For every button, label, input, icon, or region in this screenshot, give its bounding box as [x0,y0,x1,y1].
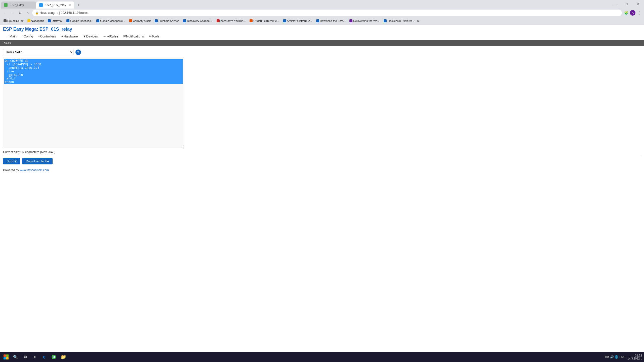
reload-button[interactable]: ↻ [17,10,23,16]
start-button[interactable] [2,353,10,361]
footer-link[interactable]: www.letscontrolit.com [20,168,49,172]
size-info: Current size: 97 characters (Max 2048) [3,150,641,154]
tab-hardware[interactable]: ✦Hardware [58,33,80,39]
bookmark-discovery-label: Discovery Channel... [187,19,213,22]
arbistar-icon [283,19,286,22]
tab-rules[interactable]: →→Rules [100,33,121,39]
minimize-button[interactable]: — [609,0,621,8]
images-icon [96,19,99,22]
bookmark-arbistar[interactable]: Arbistar Platform 2.0 [281,19,313,23]
reinventing-icon [349,19,352,22]
edge-taskbar-icon[interactable]: e [40,353,48,361]
footer-text: Powered by www.letscontrolit.com [3,168,641,172]
action-buttons: Submit Download to file [3,158,641,164]
download-button[interactable]: Download to file [22,158,53,164]
taskbar: 🔍 ⧉ ☀ e 📁 ⌨ 🔊 🌐 ENG 21:22 14.3.2022 г. [0,352,644,361]
rules-set-select[interactable]: Rules Set 1 Rules Set 2 Rules Set 3 Rule… [3,49,73,55]
chrome-taskbar-icon[interactable] [50,353,58,361]
bookmark-blockchain[interactable]: Blockchain Explorer... [382,19,416,23]
code-line-3: sendTo,3,GPIO,2,1 [4,66,183,70]
bookmarks-more[interactable]: » [417,19,419,23]
home-button[interactable]: ⌂ [25,10,31,16]
menu-button[interactable]: ⋮ [636,10,642,16]
youtube-icon [217,19,220,22]
tab-controllers[interactable]: ○Controllers [35,33,58,39]
bookmark-reinventing-label: Reinventing the We... [353,19,380,22]
tab-main[interactable]: ○Main [5,33,19,39]
tab2-close-icon[interactable]: ✕ [68,3,71,7]
system-tray: ⌨ 🔊 🌐 ENG [605,355,626,359]
fav-icon [27,19,30,22]
bookmark-discovery[interactable]: Discovery Channel... [182,19,214,23]
lang-indicator: ENG [619,355,625,358]
help-button[interactable]: ? [75,50,81,55]
bookmark-download[interactable]: Download the Best... [315,19,347,23]
tab2-favicon [39,3,43,7]
code-line-7: endon [4,80,183,84]
address-bar[interactable]: 🔒 Няма защита | 192.168.1.194/rules [32,10,622,16]
bookmark-images-label: Google Изображе... [100,19,125,22]
bookmark-warranty[interactable]: warranty stock [128,19,152,23]
bookmark-youtube[interactable]: Изтеглете YouTub... [215,19,247,23]
start-sq-2 [6,354,9,357]
tab1-label: ESP_Easy [10,3,24,7]
page-content: ESP Easy Mega: ESP_01S_relay ○Main ○Conf… [0,25,644,361]
start-sq-3 [4,357,6,359]
bookmark-apps[interactable]: Приложения [2,19,25,23]
bookmark-online[interactable]: Онлайн изтегляне... [248,19,280,23]
page-title: ESP Easy Mega: ESP_01S_relay [3,27,641,32]
prestigio-icon [155,19,158,22]
tab-bar: ESP_Easy ESP_01S_relay ✕ + [0,0,609,9]
bookmark-prestigio[interactable]: Prestigio Service [153,19,181,23]
forward-button[interactable]: → [10,10,16,16]
taskbar-time-display: 21:22 [627,354,642,357]
bookmark-reinventing[interactable]: Reinventing the We... [348,19,381,23]
bookmark-download-label: Download the Best... [320,19,346,22]
close-button[interactable]: ✕ [632,0,644,8]
tab-config[interactable]: ○Config [19,33,35,39]
powered-by-text: Powered by [3,168,20,172]
address-bar-row: ← → ↻ ⌂ 🔒 Няма защита | 192.168.1.194/ru… [0,8,644,18]
tab-notifications[interactable]: ✉Notifications [121,33,146,39]
back-button[interactable]: ← [2,10,8,16]
warranty-icon [129,19,132,22]
section-header: Rules [0,40,644,46]
tab1-favicon [4,3,8,7]
tab-2[interactable]: ESP_01S_relay ✕ [36,2,74,9]
bookmark-notes[interactable]: Отметки [46,19,64,23]
bookmark-translate[interactable]: Google Преводач [65,19,94,23]
bookmark-images[interactable]: Google Изображе... [95,19,127,23]
code-line-2: if [CO2#PPM] > 1000 [4,63,183,66]
tab-1[interactable]: ESP_Easy [1,2,36,9]
code-line-5: gpio,2,0 [4,73,183,77]
submit-button[interactable]: Submit [3,158,20,164]
explorer-taskbar-icon[interactable]: 📁 [59,353,67,361]
maximize-button[interactable]: □ [621,0,632,8]
code-line-6: endif [4,77,183,80]
code-editor[interactable]: On CO2#PPM do if [CO2#PPM] > 1000 sendTo… [3,58,184,148]
bookmark-fav-label: Фаворити [31,19,44,22]
online-icon [250,19,253,22]
download-icon [316,19,319,22]
start-sq-4 [6,357,9,359]
notes-icon [48,19,51,22]
task-view-icon[interactable]: ⧉ [21,353,29,361]
tab-devices[interactable]: ▼Devices [80,33,100,39]
bookmark-fav[interactable]: Фаворити [26,19,45,23]
windows-logo [4,354,9,359]
profile-button[interactable]: A [630,10,635,16]
code-line-4: Else [4,70,183,73]
widgets-icon[interactable]: ☀ [31,353,39,361]
bookmark-arbistar-label: Arbistar Platform 2.0 [287,19,312,22]
blockchain-icon [384,19,387,22]
new-tab-button[interactable]: + [75,2,82,9]
bookmark-apps-label: Приложения [7,19,23,22]
search-taskbar-icon[interactable]: 🔍 [12,353,20,361]
bookmark-prestigio-label: Prestigio Service [158,19,179,22]
tab-tools[interactable]: ✂Tools [146,33,162,39]
start-sq-1 [4,354,6,357]
bookmark-translate-label: Google Преводач [70,19,92,22]
extensions-button[interactable]: 🧩 [623,10,629,16]
bookmark-youtube-label: Изтеглете YouTub... [220,19,246,22]
taskbar-clock: 21:22 14.3.2022 г. [627,354,642,360]
